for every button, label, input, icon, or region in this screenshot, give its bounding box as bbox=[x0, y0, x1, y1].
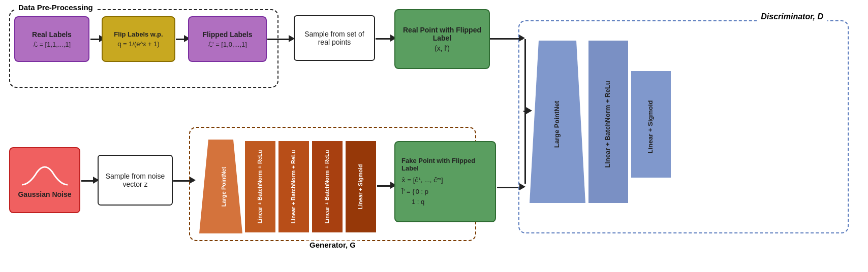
real-point-title: Real Point with Flipped Label bbox=[399, 26, 485, 42]
svg-text:Large PointNet: Large PointNet bbox=[553, 100, 561, 148]
fake-point-title: Fake Point with Flipped Label bbox=[401, 157, 489, 172]
fake-point-box: Fake Point with Flipped Label x̂ = [c̃¹,… bbox=[394, 141, 496, 222]
sample-real-text: Sample from set of real points bbox=[298, 30, 371, 46]
flipped-labels-title: Flipped Labels bbox=[202, 30, 252, 39]
svg-text:Linear + BatchNorm + ReLu: Linear + BatchNorm + ReLu bbox=[257, 150, 263, 224]
real-labels-box: Real Labels ℒ = [1,1,...,1] bbox=[14, 16, 89, 62]
gaussian-title: Gaussian Noise bbox=[18, 190, 71, 198]
gaussian-noise-box: Gaussian Noise bbox=[9, 147, 80, 213]
sample-real-box: Sample from set of real points bbox=[294, 15, 375, 61]
preprocess-title: Data Pre-Processing bbox=[15, 3, 96, 12]
disc-layer-1: Linear + BatchNorm + ReLu bbox=[588, 41, 628, 205]
discriminator-title: Discriminator, D bbox=[757, 12, 827, 21]
flipped-labels-formula: ℒ' = [1,0,...,1] bbox=[208, 41, 247, 48]
fake-point-formula1: x̂ = [c̃¹, ..., c̃ᵐ] bbox=[401, 175, 443, 185]
disc-layer-2: Linear + Sigmoid bbox=[631, 71, 671, 180]
fake-point-formula2: l̂' = {0 : p bbox=[401, 187, 428, 197]
real-labels-formula: ℒ = [1,1,...,1] bbox=[33, 41, 71, 48]
gen-layer-4: Linear + Sigmoid bbox=[346, 141, 376, 234]
real-point-flipped-box: Real Point with Flipped Label (x, l') bbox=[394, 9, 490, 69]
svg-text:Linear + BatchNorm + ReLu: Linear + BatchNorm + ReLu bbox=[290, 150, 296, 224]
gen-layer-2: Linear + BatchNorm + ReLu bbox=[278, 141, 309, 234]
svg-text:Linear + BatchNorm + ReLu: Linear + BatchNorm + ReLu bbox=[604, 81, 611, 167]
flip-labels-box: Flip Labels w.p. q = 1/(e^ε + 1) bbox=[102, 16, 175, 62]
diagram: Data Pre-Processing Real Labels ℒ = [1,1… bbox=[0, 0, 868, 272]
sample-noise-text: Sample from noise vector z bbox=[102, 172, 169, 188]
sample-noise-box: Sample from noise vector z bbox=[98, 155, 173, 206]
real-labels-title: Real Labels bbox=[32, 30, 72, 39]
gen-layer-1: Linear + BatchNorm + ReLu bbox=[245, 141, 275, 234]
flipped-labels-box: Flipped Labels ℒ' = [1,0,...,1] bbox=[188, 16, 267, 62]
gen-large-pointnet: Large PointNet bbox=[199, 140, 242, 235]
svg-text:Linear + Sigmoid: Linear + Sigmoid bbox=[357, 164, 363, 210]
svg-text:Linear + BatchNorm + ReLu: Linear + BatchNorm + ReLu bbox=[324, 150, 330, 224]
svg-text:Linear + Sigmoid: Linear + Sigmoid bbox=[646, 100, 654, 153]
fake-point-formula3: 1 : q bbox=[412, 197, 424, 207]
arrowhead-to-disc bbox=[526, 107, 532, 114]
generator-title: Generator, G bbox=[305, 241, 360, 249]
disc-large-pointnet: Large PointNet bbox=[530, 41, 585, 205]
flip-labels-formula: q = 1/(e^ε + 1) bbox=[117, 40, 160, 48]
flip-labels-title: Flip Labels w.p. bbox=[114, 30, 163, 38]
gaussian-curve-icon bbox=[19, 162, 70, 187]
svg-text:Large PointNet: Large PointNet bbox=[221, 167, 227, 207]
gen-layer-3: Linear + BatchNorm + ReLu bbox=[312, 141, 343, 234]
real-point-formula: (x, l') bbox=[435, 44, 450, 52]
